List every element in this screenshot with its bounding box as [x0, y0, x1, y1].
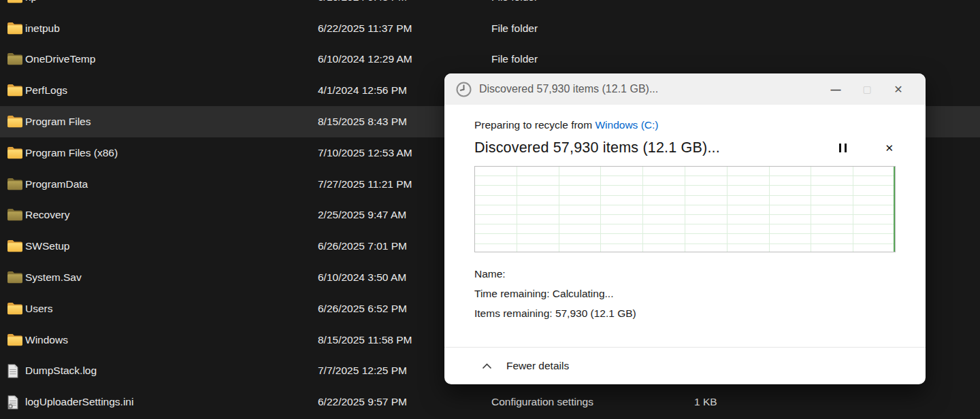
date-modified: 6/10/2024 12:29 AM [318, 53, 412, 65]
date-modified: 8/15/2025 11:58 PM [318, 334, 412, 346]
maximize-button[interactable]: ▢ [851, 84, 883, 95]
date-modified: 7/10/2025 12:53 AM [318, 147, 412, 159]
file-name: PerfLogs [25, 84, 67, 97]
fewer-details-toggle[interactable]: Fewer details [444, 348, 926, 384]
folder-icon [7, 21, 23, 36]
detail-items-remaining: Items remaining: 57,930 (12.1 GB) [474, 303, 896, 323]
file-name: Users [25, 303, 52, 315]
detail-name: Name: [474, 264, 896, 284]
date-modified: 6/26/2025 6:52 PM [318, 303, 407, 315]
date-modified: 2/25/2025 9:47 AM [318, 209, 406, 221]
hidden-folder-icon [7, 52, 23, 67]
file-row[interactable]: logUploaderSettings.ini 6/22/2025 9:57 P… [0, 386, 980, 418]
file-name: Windows [25, 334, 68, 346]
hidden-folder-icon [7, 270, 23, 285]
file-name: Program Files [25, 116, 91, 128]
file-name: Program Files (x86) [25, 147, 118, 159]
date-modified: 8/15/2025 8:43 PM [318, 116, 407, 128]
folder-icon [7, 114, 23, 129]
file-name: ProgramData [25, 178, 88, 190]
pause-icon[interactable] [836, 141, 849, 155]
source-drive-link[interactable]: Windows (C:) [595, 119, 658, 131]
folder-icon [7, 0, 23, 5]
date-modified: 7/7/2025 12:25 PM [318, 365, 407, 377]
folder-icon [7, 333, 23, 348]
date-modified: 5/10/2024 9:48 PM [318, 0, 407, 3]
file-operation-dialog: Discovered 57,930 items (12.1 GB)... — ▢… [444, 73, 926, 384]
chevron-up-icon [482, 363, 506, 369]
file-name: DumpStack.log [25, 365, 97, 377]
minimize-button[interactable]: — [820, 84, 851, 95]
folder-icon [7, 239, 23, 254]
progress-heading: Discovered 57,930 items (12.1 GB)... [474, 139, 720, 156]
file-row[interactable]: hp 5/10/2024 9:48 PM File folder [0, 0, 980, 13]
hidden-folder-icon [7, 177, 23, 192]
operation-text: Preparing to recycle from [474, 119, 595, 131]
file-row[interactable]: OneDriveTemp 6/10/2024 12:29 AM File fol… [0, 44, 980, 76]
log-file-icon [7, 363, 23, 378]
date-modified: 6/22/2025 11:37 PM [318, 22, 412, 35]
file-type: File folder [491, 0, 538, 3]
file-type: File folder [491, 53, 538, 65]
file-name: OneDriveTemp [25, 53, 95, 65]
file-name: Recovery [25, 209, 69, 221]
cancel-operation-icon[interactable]: ✕ [885, 142, 894, 154]
detail-time-remaining: Time remaining: Calculating... [474, 284, 896, 303]
file-type: Configuration settings [491, 396, 593, 408]
ini-file-icon [7, 395, 23, 409]
file-name: inetpub [25, 22, 60, 35]
folder-icon [7, 146, 23, 161]
file-size: 1 KB [694, 396, 717, 408]
dialog-titlebar[interactable]: Discovered 57,930 items (12.1 GB)... — ▢… [444, 73, 926, 105]
folder-icon [7, 301, 23, 316]
dialog-title: Discovered 57,930 items (12.1 GB)... [479, 83, 658, 95]
chart-cursor-line [894, 167, 895, 252]
folder-icon [7, 83, 23, 98]
date-modified: 6/22/2025 9:57 PM [318, 396, 407, 408]
transfer-speed-chart [474, 166, 896, 252]
file-name: hp [25, 0, 37, 3]
file-row[interactable]: inetpub 6/22/2025 11:37 PM File folder [0, 13, 980, 44]
file-name: logUploaderSettings.ini [25, 396, 133, 408]
date-modified: 6/10/2024 3:50 AM [318, 271, 406, 284]
file-name: System.Sav [25, 271, 82, 284]
date-modified: 6/26/2025 7:01 PM [318, 240, 407, 252]
date-modified: 4/1/2024 12:56 PM [318, 84, 407, 97]
close-button[interactable]: ✕ [883, 83, 914, 96]
fewer-details-label: Fewer details [506, 360, 569, 372]
operation-description: Preparing to recycle from Windows (C:) [474, 119, 896, 131]
date-modified: 7/27/2025 11:21 PM [318, 178, 412, 190]
file-name: SWSetup [25, 240, 69, 252]
clock-icon [456, 82, 472, 97]
hidden-folder-icon [7, 207, 23, 222]
file-type: File folder [491, 22, 538, 35]
